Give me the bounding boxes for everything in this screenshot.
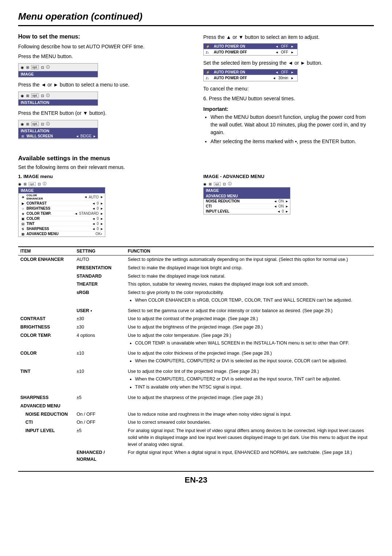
setting-input-level-analog: ±5 <box>74 427 126 448</box>
ap-value-off2: 30min <box>277 76 290 80</box>
item-cti: CTI <box>18 418 74 427</box>
function-tint: Use to adjust the color tint of the proj… <box>126 367 374 394</box>
ap-label-on2: AUTO POWER ON <box>214 70 274 74</box>
ap-row-off-2: 2↓ AUTO POWER OFF ◄ 30min ► <box>204 75 297 81</box>
wall-screen-label: WALL SCREEN <box>26 134 76 138</box>
settings-table: Item Setting Function COLOR ENHANCER AUT… <box>18 247 374 464</box>
icon4b: ⓘ <box>46 93 50 98</box>
color-arrow-right: ► <box>100 217 103 221</box>
color-enhancer-icon: ◈ <box>20 195 26 199</box>
advanced-menu-col-title: IMAGE - ADVANCED MENU <box>203 174 374 179</box>
color-arrow-left: ◄ <box>92 217 95 221</box>
cti-row: CTI ◄ ON ► <box>204 204 290 209</box>
table-row: ADVANCED MENU <box>18 402 374 410</box>
contrast-arrow-right: ► <box>100 202 103 205</box>
im-opt: opt. <box>29 182 36 186</box>
table-row: COLOR ±10 Use to adjust the color thickn… <box>18 349 374 367</box>
table-row: SHARPNESS ±5 Use to adjust the sharpness… <box>18 394 374 402</box>
important-item-1: When the MENU button doesn't function, u… <box>211 113 374 136</box>
right-column: Press the ▲ or ▼ button to select an ite… <box>203 33 374 148</box>
item-color: COLOR <box>18 349 74 367</box>
settings-table-section: Item Setting Function COLOR ENHANCER AUT… <box>18 246 374 464</box>
step3-label: Press the ENTER button (or ▼ button). <box>18 109 189 117</box>
function-user: Select to set the gamma curve or adjust … <box>126 307 374 315</box>
setting-advanced-empty <box>74 402 126 410</box>
im-icon1: ◉ <box>18 182 21 186</box>
ap-arrow-right-on: ► <box>290 45 295 48</box>
color-value: 0 <box>95 217 101 221</box>
brightness-value: 0 <box>95 206 101 210</box>
ap-value-off: OFF <box>279 50 290 54</box>
colortemp-icon: ◈ <box>20 212 26 215</box>
important-list: When the MENU button doesn't function, u… <box>211 113 374 145</box>
opt-label3: opt. <box>31 122 39 126</box>
col-item: Item <box>18 247 74 255</box>
table-row: CTI On / OFF Use to correct smeared colo… <box>18 418 374 427</box>
color-icon: ▣ <box>20 217 26 221</box>
setting-srgb: sRGB <box>74 289 126 307</box>
table-row: COLOR ENHANCER AUTO Select to optimize t… <box>18 255 374 264</box>
ap-arrow-right-off: ► <box>290 51 295 54</box>
adv-opt: opt. <box>214 182 221 186</box>
nr-arrow-right: ► <box>285 200 289 203</box>
function-input-level-digital: For digital signal input: When a digital… <box>126 448 374 464</box>
setting-colortemp: 4 options <box>74 331 126 350</box>
item-input-level: INPUT LEVEL <box>18 427 74 464</box>
menu-box-step2: ◉ ⊞ opt. ⊡ ⓘ INSTALLATION <box>18 92 98 106</box>
contrast-arrow-left: ◄ <box>92 202 95 205</box>
im-icon3: ⊡ <box>38 182 41 186</box>
function-presentation: Select to make the displayed image look … <box>126 264 374 272</box>
sharpness-icon: S <box>20 227 26 231</box>
how-to-intro: Following describe how to set AUTO POWER… <box>18 43 189 51</box>
icon3c: ⊡ <box>41 122 44 126</box>
il-arrow-left: ◄ <box>277 210 281 213</box>
setting-user: USER ▪ <box>74 307 126 315</box>
setting-tint: ±10 <box>74 367 126 394</box>
step5-label: Set the selected item by pressing the ◄ … <box>203 59 374 67</box>
function-auto: Select to optimize the settings automati… <box>126 255 374 264</box>
item-color-enhancer: COLOR ENHANCER <box>18 255 74 315</box>
wall-screen-row: ⊞ WALL SCREEN ◄ BEIGE ► <box>19 134 98 139</box>
function-input-level-analog: For analog signal input: The input level… <box>126 427 374 448</box>
color-enhancer-label: COLORENHANCER <box>26 194 84 200</box>
icon2c: ⊞ <box>26 122 29 126</box>
ap-icon-on2: ⚡ <box>206 70 214 74</box>
ap-arrow-right-on2: ► <box>290 70 295 74</box>
ap-arrow-left-on2: ◄ <box>274 70 279 74</box>
sharpness-label: SHARPNESS <box>26 227 92 231</box>
icon2: ⊞ <box>26 65 29 69</box>
setting-color: ±10 <box>74 349 126 367</box>
function-advanced-empty <box>126 402 374 410</box>
icon2b: ⊞ <box>26 94 29 98</box>
wall-screen-arrow-right: ► <box>93 134 96 138</box>
advanced-menu-label: ADVANCED MENU <box>26 232 94 236</box>
adv-icon3: ⊡ <box>223 182 226 186</box>
image-menu-box: IMAGE ◈ COLORENHANCER ◄ AUTO ► ▶ CONTRAS… <box>18 187 105 237</box>
brightness-arrow-left: ◄ <box>92 207 95 210</box>
ct-value: STANDARD <box>78 211 100 215</box>
item-colortemp: COLOR TEMP. <box>18 331 74 350</box>
item-noise-reduction: NOISE REDUCTION <box>18 410 74 419</box>
tint-arrow-right: ► <box>100 222 103 226</box>
colortemp-bullet: COLOR TEMP. is unavailable when WALL SCR… <box>135 340 372 347</box>
ap-value-on: OFF <box>279 44 290 48</box>
cti-arrow-right: ► <box>285 205 289 208</box>
nr-value: ON <box>277 199 285 203</box>
colortemp-label: COLOR TEMP. <box>26 211 74 215</box>
icon1: ◉ <box>21 65 24 69</box>
advanced-menu-icon: ▦ <box>20 232 26 236</box>
function-brightness: Use to adjust the brightness of the proj… <box>126 323 374 331</box>
table-row: INPUT LEVEL ±5 For analog signal input: … <box>18 427 374 448</box>
color-bullet: When the COMPUTER1, COMPUTER2 or DVI is … <box>135 358 372 364</box>
contrast-value: 0 <box>95 201 101 205</box>
menu-icons-row2: ◉ ⊞ opt. ⊡ ⓘ <box>19 92 98 100</box>
ap-arrow-right-off2: ► <box>290 76 295 80</box>
function-cti: Use to correct smeared color boundaries. <box>126 418 374 427</box>
image-menu-col: 1. IMAGE menu ◉ ⊞ opt. ⊡ ⓘ IMAGE ◈ COLOR… <box>18 174 189 241</box>
step1-label: Press the MENU button. <box>18 53 189 60</box>
input-level-row: INPUT LEVEL ◄ 0 ► <box>204 209 290 214</box>
icon4c: ⓘ <box>46 121 50 126</box>
icon1b: ◉ <box>21 94 24 98</box>
image-menu-icons: ◉ ⊞ opt. ⊡ ⓘ <box>18 181 189 186</box>
adv-image-header: IMAGE <box>204 188 290 193</box>
